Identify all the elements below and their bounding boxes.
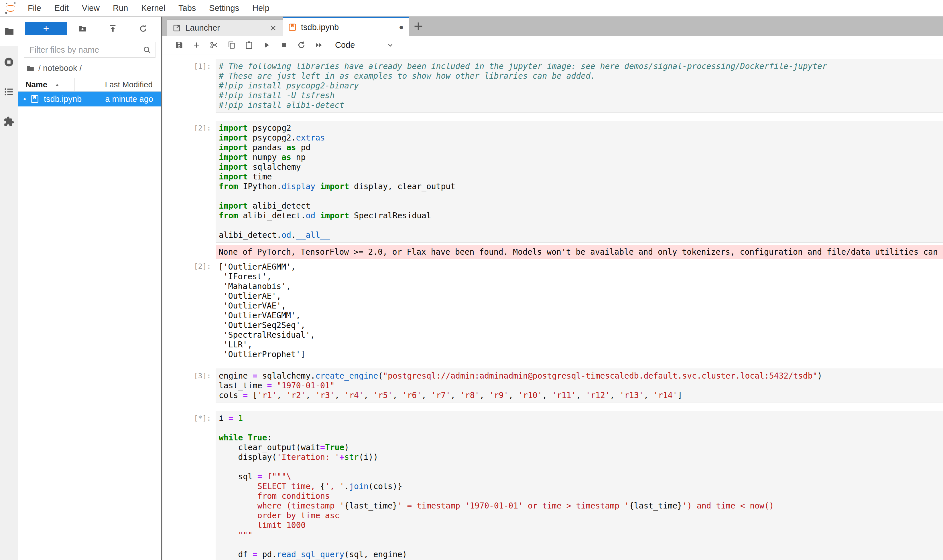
refresh-icon xyxy=(139,24,148,33)
menu-item-tabs[interactable]: Tabs xyxy=(172,0,202,16)
cell-output-stderr: None of PyTorch, TensorFlow >= 2.0, or F… xyxy=(216,245,943,259)
launcher-icon xyxy=(172,24,181,32)
kernel-running-dot: • xyxy=(20,95,29,104)
cell-output-prompt: [2]: xyxy=(162,261,216,360)
menu-item-file[interactable]: File xyxy=(21,0,48,16)
breadcrumb[interactable]: / notebook / xyxy=(26,63,161,73)
notebook-icon xyxy=(288,23,297,31)
insert-cell-button[interactable] xyxy=(188,41,205,49)
file-list-header: Name Last Modified xyxy=(18,78,161,92)
save-button[interactable] xyxy=(170,41,188,49)
cell-code-editor[interactable]: engine = sqlalchemy.create_engine("postg… xyxy=(216,369,943,403)
menu-item-kernel[interactable]: Kernel xyxy=(134,0,172,16)
add-icon xyxy=(192,41,201,49)
new-launcher-button[interactable]: + xyxy=(25,22,67,35)
interrupt-kernel-button[interactable] xyxy=(275,41,293,49)
chevron-down-icon xyxy=(386,41,395,49)
plus-icon: + xyxy=(43,23,49,35)
tab-launcher[interactable]: Launcher xyxy=(167,20,283,36)
menu-bar: FileEditViewRunKernelTabsSettingsHelp xyxy=(0,0,943,17)
sort-ascending-icon xyxy=(55,82,60,87)
cell-code-editor[interactable]: # The following libraries have already b… xyxy=(216,59,943,113)
copy-icon xyxy=(227,41,236,49)
main-dock-panel: Launchertsdb.ipynb● Code [1]:# The follo… xyxy=(162,17,943,560)
notebook-cell-2: [2]:import psycopg2import psycopg2.extra… xyxy=(162,121,943,360)
tab-label: tsdb.ipynb xyxy=(301,23,339,32)
menu-items: FileEditViewRunKernelTabsSettingsHelp xyxy=(21,0,276,16)
cell-input-prompt: [1]: xyxy=(162,59,216,113)
column-header-name[interactable]: Name xyxy=(18,80,74,89)
file-browser-panel: + / notebook / Name Last Modified •tsdb.… xyxy=(18,17,162,560)
restart-run-all-button[interactable] xyxy=(310,41,327,49)
cell-code-editor[interactable]: i = 1 while True: clear_output(wait=True… xyxy=(216,411,943,560)
breadcrumb-path: / notebook / xyxy=(39,63,82,73)
notebook-cell-4: [*]:i = 1 while True: clear_output(wait=… xyxy=(162,411,943,560)
file-list: •tsdb.ipynba minute ago xyxy=(18,92,161,106)
cell-code-editor[interactable]: import psycopg2import psycopg2.extrasimp… xyxy=(216,121,943,243)
paste-icon xyxy=(245,41,253,49)
file-last-modified: a minute ago xyxy=(105,94,161,104)
menu-item-view[interactable]: View xyxy=(75,0,106,16)
sidebar-tab-table-of-contents[interactable] xyxy=(3,86,14,97)
notebook-cell-1: [1]:# The following libraries have alrea… xyxy=(162,59,943,113)
menu-item-settings[interactable]: Settings xyxy=(202,0,246,16)
search-icon xyxy=(143,46,151,54)
restart-kernel-button[interactable] xyxy=(293,41,310,49)
cell-input-prompt: [3]: xyxy=(162,369,216,403)
notebook-cell-3: [3]:engine = sqlalchemy.create_engine("p… xyxy=(162,369,943,403)
cut-icon xyxy=(210,41,219,49)
new-folder-button[interactable] xyxy=(67,24,98,33)
upload-icon xyxy=(108,24,117,33)
cell-type-select[interactable]: Code xyxy=(335,40,395,50)
column-header-last-modified[interactable]: Last Modified xyxy=(75,80,161,89)
upload-button[interactable] xyxy=(98,24,128,33)
home-folder-icon[interactable] xyxy=(26,64,35,73)
file-name: tsdb.ipynb xyxy=(44,94,82,104)
file-filter-input[interactable] xyxy=(24,42,155,57)
tab-tsdb-ipynb[interactable]: tsdb.ipynb● xyxy=(283,17,409,36)
tab-close-icon[interactable] xyxy=(269,24,278,32)
activity-bar xyxy=(0,17,18,560)
tab-label: Launcher xyxy=(185,23,220,32)
output-prompt-empty xyxy=(162,245,216,259)
cell-input-prompt: [*]: xyxy=(162,411,216,560)
file-row-tsdb.ipynb[interactable]: •tsdb.ipynba minute ago xyxy=(18,92,161,106)
stop-circle-icon xyxy=(3,57,14,68)
new-folder-icon xyxy=(78,24,87,33)
tab-bar: Launchertsdb.ipynb● xyxy=(162,17,943,36)
file-browser-toolbar: + xyxy=(18,17,161,38)
sidebar-tab-extensions[interactable] xyxy=(3,116,14,127)
fast-forward-icon xyxy=(315,41,323,49)
list-icon xyxy=(3,86,14,97)
menu-item-run[interactable]: Run xyxy=(106,0,134,16)
cell-output-result: ['OutlierAEGMM', 'IForest', 'Mahalanobis… xyxy=(216,261,943,360)
notebook-content: [1]:# The following libraries have alrea… xyxy=(162,54,943,560)
unsaved-changes-dot: ● xyxy=(399,23,404,31)
jupyter-logo-icon xyxy=(4,2,17,15)
notebook-toolbar: Code xyxy=(162,36,943,54)
puzzle-icon xyxy=(3,116,14,127)
new-tab-button[interactable] xyxy=(412,20,425,33)
notebook-icon xyxy=(30,94,39,104)
refresh-button[interactable] xyxy=(128,24,158,33)
menu-item-edit[interactable]: Edit xyxy=(48,0,75,16)
sidebar-tab-running-sessions[interactable] xyxy=(3,57,14,68)
file-filter-box xyxy=(24,42,156,58)
menu-item-help[interactable]: Help xyxy=(246,0,276,16)
shell: + / notebook / Name Last Modified •tsdb.… xyxy=(0,17,943,560)
paste-cells-button[interactable] xyxy=(240,41,258,49)
run-cell-button[interactable] xyxy=(258,41,275,49)
save-icon xyxy=(175,41,184,49)
refresh-icon xyxy=(297,41,306,49)
activity-bar-segment xyxy=(0,46,18,560)
activity-bar-active-segment xyxy=(0,17,18,46)
cell-input-prompt: [2]: xyxy=(162,121,216,243)
sidebar-tab-file-browser[interactable] xyxy=(4,26,15,37)
stop-icon xyxy=(279,41,289,49)
run-icon xyxy=(262,41,271,49)
cut-cells-button[interactable] xyxy=(205,41,223,49)
cell-type-value: Code xyxy=(335,40,355,50)
copy-cells-button[interactable] xyxy=(223,41,240,49)
folder-icon xyxy=(4,26,15,37)
jupyterlab-window: FileEditViewRunKernelTabsSettingsHelp + … xyxy=(0,0,943,560)
